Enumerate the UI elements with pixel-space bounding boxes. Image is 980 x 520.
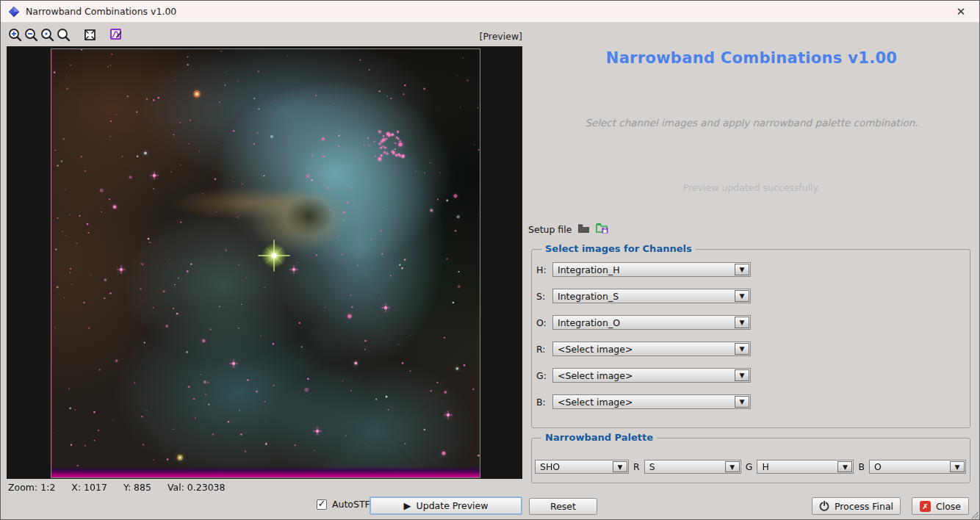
- palette-g-value: H: [757, 461, 837, 473]
- palette-g-label: G: [746, 461, 753, 472]
- channels-group-title: Select images for Channels: [541, 243, 696, 254]
- close-x-icon: ✗: [920, 501, 931, 512]
- palette-g-select[interactable]: H ▼: [757, 460, 854, 474]
- update-preview-button[interactable]: ▶ Update Preview: [370, 496, 522, 515]
- image-edge-artifact: [51, 49, 53, 477]
- chevron-down-icon[interactable]: ▼: [735, 343, 749, 355]
- autostf-checkbox[interactable]: ✓: [317, 499, 327, 510]
- palette-b-value: O: [870, 461, 949, 473]
- x-readout: X: 1017: [71, 482, 107, 493]
- title-bar: Narrowband Combinations v1.00 ✕: [1, 1, 979, 23]
- nebula-stars: [51, 49, 480, 477]
- chevron-down-icon[interactable]: ▼: [735, 290, 749, 302]
- channel-b-label: B:: [536, 397, 552, 408]
- zoom-fit-icon[interactable]: [55, 26, 71, 43]
- channel-g-value: <Select image>: [553, 369, 734, 382]
- window-title: Narrowband Combinations v1.00: [26, 6, 176, 17]
- check-icon: ✓: [318, 499, 326, 508]
- zoom-in-icon[interactable]: [7, 26, 23, 43]
- channel-h-value: Integration_H: [553, 263, 734, 276]
- y-readout: Y: 885: [123, 482, 151, 493]
- chevron-down-icon[interactable]: ▼: [735, 396, 749, 408]
- channel-s-select[interactable]: Integration_S ▼: [552, 289, 751, 303]
- channel-row-o: O: Integration_O ▼: [536, 315, 970, 330]
- palette-groupbox: Narrowband Palette SHO ▼ R S ▼ G H ▼ B O…: [531, 438, 970, 483]
- stf-autostretch-icon[interactable]: [108, 26, 124, 43]
- open-setup-folder-icon[interactable]: [577, 223, 590, 236]
- channel-o-label: O:: [536, 317, 552, 328]
- val-readout: Val: 0.23038: [167, 482, 226, 493]
- palette-group-title: Narrowband Palette: [541, 432, 657, 443]
- channel-r-select[interactable]: <Select image> ▼: [552, 342, 751, 356]
- status-readout: Zoom: 1:2X: 1017Y: 885Val: 0.23038: [8, 482, 242, 493]
- preview-tag-label: [Preview]: [427, 31, 522, 42]
- image-viewport[interactable]: [7, 46, 522, 479]
- reset-label: Reset: [550, 501, 576, 512]
- chevron-down-icon[interactable]: ▼: [735, 264, 749, 275]
- chevron-down-icon[interactable]: ▼: [837, 461, 852, 472]
- channel-row-h: H: Integration_H ▼: [536, 262, 970, 277]
- palette-row: SHO ▼ R S ▼ G H ▼ B O ▼: [535, 460, 970, 474]
- image-bottom-band-artifact: [51, 466, 480, 477]
- palette-r-select[interactable]: S ▼: [644, 460, 741, 474]
- palette-preset-value: SHO: [536, 461, 612, 473]
- channel-row-g: G: <Select image> ▼: [536, 368, 970, 383]
- zoom-1to1-icon[interactable]: [39, 26, 55, 43]
- status-message: Preview updated successfully.: [524, 182, 979, 193]
- save-setup-icon[interactable]: [596, 222, 609, 236]
- channel-h-label: H:: [536, 264, 552, 275]
- fit-view-icon[interactable]: [82, 26, 98, 43]
- update-preview-label: Update Preview: [417, 500, 489, 511]
- channel-row-r: R: <Select image> ▼: [536, 342, 970, 356]
- page-title: Narrowband Combinations v1.00: [524, 49, 979, 67]
- channel-h-select[interactable]: Integration_H ▼: [552, 262, 751, 277]
- channel-r-value: <Select image>: [553, 342, 734, 355]
- channel-b-value: <Select image>: [553, 395, 734, 408]
- channel-g-select[interactable]: <Select image> ▼: [552, 368, 751, 383]
- channel-b-select[interactable]: <Select image> ▼: [552, 394, 751, 409]
- palette-b-label: B: [858, 461, 865, 472]
- close-label: Close: [936, 501, 961, 512]
- channels-groupbox: Select images for Channels H: Integratio…: [531, 249, 970, 428]
- channel-g-label: G:: [536, 370, 552, 381]
- resize-grip[interactable]: [969, 509, 979, 519]
- process-final-label: Process Final: [835, 501, 893, 512]
- setup-file-row: Setup file: [528, 222, 609, 236]
- palette-r-value: S: [645, 461, 724, 473]
- channel-s-label: S:: [536, 291, 552, 302]
- page-subtitle: Select channel images and apply narrowba…: [524, 117, 979, 129]
- channel-row-b: B: <Select image> ▼: [536, 394, 970, 409]
- play-icon: ▶: [404, 500, 411, 511]
- window-close-button[interactable]: ✕: [950, 5, 972, 18]
- chevron-down-icon[interactable]: ▼: [950, 461, 965, 472]
- app-logo-icon: [8, 6, 20, 18]
- close-button[interactable]: ✗ Close: [912, 497, 969, 515]
- palette-r-label: R: [633, 461, 640, 472]
- power-icon: [819, 501, 829, 511]
- channel-o-select[interactable]: Integration_O ▼: [552, 315, 751, 330]
- process-final-button[interactable]: Process Final: [812, 497, 901, 515]
- dialog-window: Narrowband Combinations v1.00 ✕ [Preview…: [0, 0, 980, 520]
- channel-s-value: Integration_S: [553, 289, 734, 303]
- chevron-down-icon[interactable]: ▼: [613, 461, 627, 472]
- autostf-row: ✓ AutoSTF: [317, 499, 370, 510]
- preview-toolbar: [7, 25, 124, 44]
- setup-file-label: Setup file: [528, 224, 572, 235]
- autostf-label: AutoSTF: [332, 499, 370, 510]
- nebula-preview-image[interactable]: [51, 49, 480, 477]
- palette-preset-select[interactable]: SHO ▼: [535, 460, 629, 474]
- preview-image-frame: [51, 48, 480, 478]
- channel-r-label: R:: [536, 344, 552, 355]
- chevron-down-icon[interactable]: ▼: [725, 461, 740, 472]
- chevron-down-icon[interactable]: ▼: [735, 317, 749, 328]
- reset-button[interactable]: Reset: [529, 498, 597, 515]
- channel-o-value: Integration_O: [553, 316, 734, 329]
- zoom-readout: Zoom: 1:2: [8, 482, 55, 493]
- zoom-out-icon[interactable]: [23, 26, 39, 43]
- chevron-down-icon[interactable]: ▼: [735, 369, 749, 381]
- channel-row-s: S: Integration_S ▼: [536, 289, 970, 303]
- palette-b-select[interactable]: O ▼: [869, 460, 966, 474]
